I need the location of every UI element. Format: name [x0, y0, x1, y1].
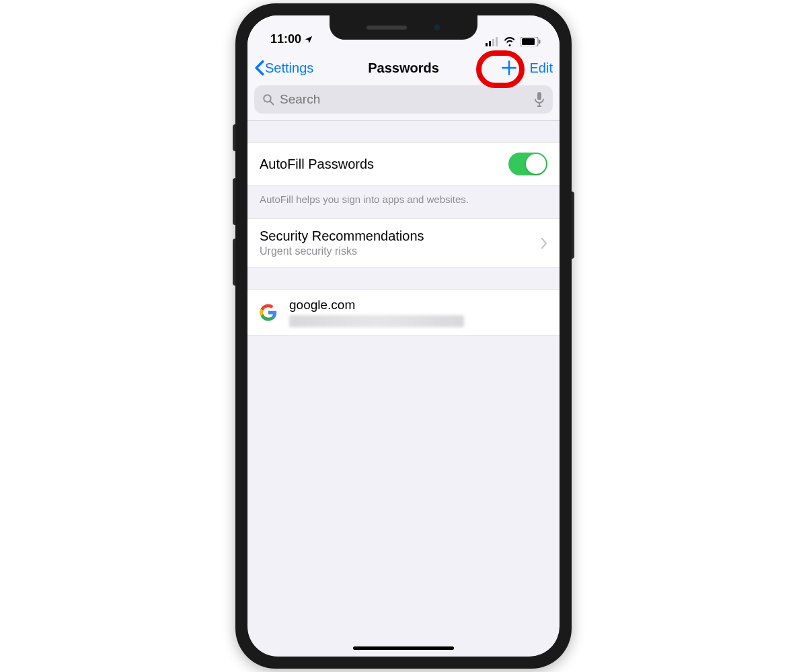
svg-rect-6 — [539, 40, 541, 44]
security-subtitle: Urgent security risks — [260, 245, 424, 257]
svg-rect-5 — [522, 38, 535, 45]
search-icon — [262, 93, 274, 106]
svg-line-8 — [270, 101, 274, 105]
search-bar[interactable] — [254, 85, 553, 114]
security-title: Security Recommendations — [260, 228, 424, 244]
svg-rect-1 — [489, 41, 491, 46]
autofill-toggle-row[interactable]: AutoFill Passwords — [247, 142, 560, 185]
add-button[interactable] — [500, 59, 518, 77]
phone-frame: 11:00 Settings Passwords — [235, 3, 572, 669]
cellular-icon — [486, 37, 499, 46]
security-recommendations-row[interactable]: Security Recommendations Urgent security… — [247, 218, 560, 267]
search-input[interactable] — [280, 92, 529, 107]
content: AutoFill Passwords AutoFill helps you si… — [247, 121, 560, 336]
mic-icon[interactable] — [534, 92, 545, 107]
home-indicator[interactable] — [353, 646, 454, 650]
wifi-icon — [503, 37, 516, 46]
autofill-toggle[interactable] — [508, 153, 547, 175]
page-title: Passwords — [368, 60, 439, 76]
svg-rect-3 — [496, 37, 498, 46]
entry-site: google.com — [289, 298, 464, 312]
password-entry-row[interactable]: google.com — [247, 289, 560, 336]
back-label: Settings — [265, 60, 313, 76]
plus-icon — [500, 59, 518, 77]
svg-rect-2 — [492, 39, 494, 46]
google-icon — [260, 304, 277, 321]
notch — [330, 15, 477, 40]
svg-rect-0 — [486, 43, 488, 46]
status-time: 11:00 — [270, 32, 301, 46]
svg-rect-9 — [537, 92, 541, 100]
svg-point-7 — [264, 95, 271, 102]
chevron-right-icon — [541, 237, 547, 249]
screen: 11:00 Settings Passwords — [247, 15, 560, 657]
back-button[interactable]: Settings — [254, 60, 313, 76]
entry-username-redacted — [289, 315, 464, 327]
autofill-label: AutoFill Passwords — [260, 157, 374, 172]
nav-bar: Settings Passwords Edit — [247, 49, 560, 121]
location-icon — [304, 35, 313, 44]
autofill-footer: AutoFill helps you sign into apps and we… — [247, 185, 560, 218]
battery-icon — [521, 37, 541, 46]
chevron-left-icon — [254, 60, 265, 76]
edit-button[interactable]: Edit — [530, 60, 553, 76]
